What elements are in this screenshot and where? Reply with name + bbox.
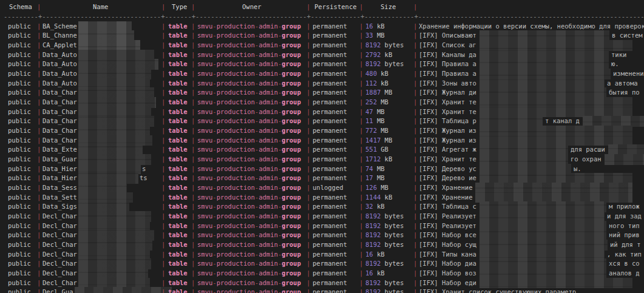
cell-persistence: permanent — [313, 202, 347, 212]
table-row: public|Decl_Char|table|smvu-production-a… — [0, 231, 644, 240]
cell-persistence: permanent — [313, 164, 347, 174]
table-row: public|Data_Auto|table|smvu-production-a… — [0, 50, 644, 60]
cell-owner: smvu-production-admin-group — [197, 69, 301, 79]
column-separator: | — [307, 183, 310, 193]
column-separator: | — [37, 155, 41, 164]
column-separator: | — [191, 240, 195, 250]
owner-keyword: group — [282, 203, 301, 210]
cell-description-tail: а автома — [607, 79, 638, 89]
column-separator: | — [191, 107, 195, 117]
owner-word: smvu — [197, 108, 212, 115]
column-separator: | — [161, 79, 165, 89]
column-separator: | — [37, 116, 41, 126]
cell-persistence: permanent — [313, 41, 347, 50]
owner-word: smvu — [197, 241, 212, 248]
column-separator: | — [161, 22, 165, 32]
cell-persistence: permanent — [313, 269, 347, 278]
cell-type: table — [168, 145, 188, 155]
column-separator: | — [307, 164, 310, 174]
cell-owner: smvu-production-admin-group — [197, 79, 301, 89]
column-header-name: Name — [93, 2, 108, 12]
cell-table-name: Data_Char — [42, 136, 77, 146]
column-separator: | — [359, 250, 363, 260]
cell-schema: public — [8, 240, 31, 250]
column-separator: | — [359, 145, 363, 155]
column-separator: | — [413, 41, 417, 50]
cell-persistence: permanent — [313, 31, 347, 41]
cell-schema: public — [8, 173, 31, 183]
column-separator: | — [359, 164, 363, 174]
column-separator: | — [161, 50, 165, 60]
column-separator: | — [37, 107, 41, 117]
owner-word: production — [217, 279, 255, 286]
owner-word: production — [217, 260, 255, 267]
column-separator: | — [359, 155, 363, 164]
column-separator: | — [191, 155, 195, 164]
owner-word: production — [217, 212, 255, 220]
owner-word: production — [217, 203, 255, 210]
cell-description-tail: бытия по — [609, 88, 640, 98]
owner-word: production — [217, 22, 255, 30]
column-separator: | — [37, 31, 41, 41]
column-separator: | — [191, 278, 195, 288]
cell-table-name: CA_Applet — [42, 41, 77, 50]
column-separator: | — [161, 164, 165, 174]
table-row: public|Decl_Char|table|smvu-production-a… — [0, 250, 644, 260]
cell-size-value: 551 — [365, 145, 377, 155]
column-separator: | — [307, 69, 310, 79]
owner-keyword: group — [282, 146, 301, 153]
cell-description: [IFX] Реализует — [419, 212, 476, 221]
owner-word: smvu — [197, 79, 212, 87]
owner-keyword: group — [282, 127, 301, 134]
owner-word: production — [217, 146, 255, 153]
cell-size-unit: kB — [377, 269, 385, 278]
cell-size-value: 47 — [365, 107, 373, 117]
owner-keyword: group — [282, 241, 301, 248]
cell-type: table — [168, 136, 188, 146]
table-row: public|Decl_Char|table|smvu-production-a… — [0, 240, 644, 250]
column-header-persistence: Persistence — [314, 2, 357, 12]
table-row: public|Decl_Char|table|smvu-production-a… — [0, 212, 644, 221]
cell-table-name: Decl_Char — [42, 250, 77, 260]
owner-word: smvu — [197, 155, 212, 163]
owner-word: smvu — [197, 127, 212, 134]
cell-description: [IFX] Журнал ди — [419, 88, 476, 98]
owner-word: smvu — [197, 136, 212, 144]
column-separator: | — [161, 278, 165, 288]
cell-description: [IFX] Хранит те — [419, 107, 476, 117]
column-separator: | — [359, 202, 363, 212]
cell-type: table — [168, 173, 188, 183]
owner-keyword: group — [282, 117, 301, 124]
owner-word: smvu — [197, 184, 212, 191]
column-separator: | — [307, 250, 310, 260]
owner-word: smvu — [197, 32, 212, 39]
owner-word: admin — [259, 269, 278, 277]
cell-description-tail: го охран — [571, 155, 602, 164]
column-separator: | — [359, 136, 363, 146]
column-separator: | — [413, 2, 417, 12]
cell-size-unit: bytes — [385, 59, 404, 69]
cell-type: table — [168, 212, 188, 221]
column-separator: | — [37, 240, 41, 250]
owner-keyword: group — [282, 32, 301, 39]
column-separator: | — [413, 98, 417, 107]
cell-size-unit: bytes — [385, 231, 404, 240]
column-separator: | — [307, 202, 310, 212]
cell-owner: smvu-production-admin-group — [197, 116, 301, 126]
table-row: public|Decl_Gua|table|smvu-production-ad… — [0, 288, 644, 293]
cell-owner: smvu-production-admin-group — [197, 145, 301, 155]
table-row: public|Data_Sett|table|smvu-production-a… — [0, 193, 644, 203]
column-separator: | — [307, 59, 310, 69]
cell-size-value: 2792 — [365, 50, 381, 60]
owner-word: production — [217, 127, 255, 134]
cell-schema: public — [8, 88, 31, 98]
owner-keyword: group — [282, 288, 301, 293]
cell-size-value: 112 — [365, 79, 377, 89]
cell-table-name: Data_Auto — [42, 59, 77, 69]
cell-persistence: permanent — [313, 173, 347, 183]
column-separator: | — [359, 50, 363, 60]
column-separator: | — [161, 173, 165, 183]
cell-table-name: Decl_Char — [42, 231, 77, 240]
column-separator: | — [191, 31, 195, 41]
owner-word: admin — [259, 212, 278, 220]
